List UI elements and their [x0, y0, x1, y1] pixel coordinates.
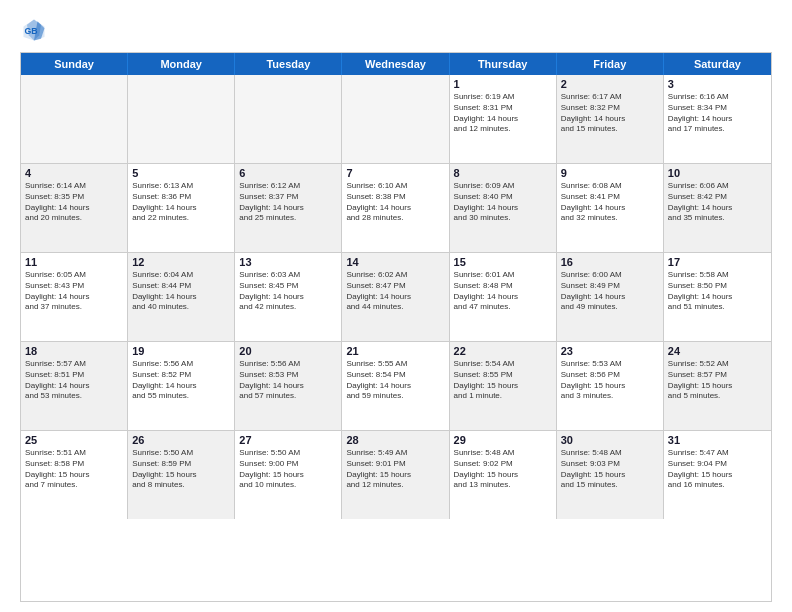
day-number: 27	[239, 434, 337, 446]
cell-info: Sunrise: 6:03 AMSunset: 8:45 PMDaylight:…	[239, 270, 337, 313]
cell-info: Sunrise: 5:53 AMSunset: 8:56 PMDaylight:…	[561, 359, 659, 402]
calendar-cell	[342, 75, 449, 163]
header-day: Wednesday	[342, 53, 449, 75]
calendar-cell: 15Sunrise: 6:01 AMSunset: 8:48 PMDayligh…	[450, 253, 557, 341]
day-number: 14	[346, 256, 444, 268]
day-number: 9	[561, 167, 659, 179]
calendar-row: 25Sunrise: 5:51 AMSunset: 8:58 PMDayligh…	[21, 431, 771, 519]
calendar-cell: 25Sunrise: 5:51 AMSunset: 8:58 PMDayligh…	[21, 431, 128, 519]
calendar-cell: 5Sunrise: 6:13 AMSunset: 8:36 PMDaylight…	[128, 164, 235, 252]
day-number: 19	[132, 345, 230, 357]
header-day: Saturday	[664, 53, 771, 75]
header-day: Tuesday	[235, 53, 342, 75]
day-number: 5	[132, 167, 230, 179]
cell-info: Sunrise: 5:55 AMSunset: 8:54 PMDaylight:…	[346, 359, 444, 402]
cell-info: Sunrise: 6:08 AMSunset: 8:41 PMDaylight:…	[561, 181, 659, 224]
cell-info: Sunrise: 6:14 AMSunset: 8:35 PMDaylight:…	[25, 181, 123, 224]
day-number: 17	[668, 256, 767, 268]
header-day: Sunday	[21, 53, 128, 75]
day-number: 15	[454, 256, 552, 268]
header: GB	[20, 16, 772, 44]
cell-info: Sunrise: 6:00 AMSunset: 8:49 PMDaylight:…	[561, 270, 659, 313]
day-number: 30	[561, 434, 659, 446]
cell-info: Sunrise: 5:57 AMSunset: 8:51 PMDaylight:…	[25, 359, 123, 402]
page: GB SundayMondayTuesdayWednesdayThursdayF…	[0, 0, 792, 612]
calendar-cell: 2Sunrise: 6:17 AMSunset: 8:32 PMDaylight…	[557, 75, 664, 163]
cell-info: Sunrise: 6:19 AMSunset: 8:31 PMDaylight:…	[454, 92, 552, 135]
cell-info: Sunrise: 6:05 AMSunset: 8:43 PMDaylight:…	[25, 270, 123, 313]
calendar-cell: 22Sunrise: 5:54 AMSunset: 8:55 PMDayligh…	[450, 342, 557, 430]
cell-info: Sunrise: 5:52 AMSunset: 8:57 PMDaylight:…	[668, 359, 767, 402]
cell-info: Sunrise: 5:58 AMSunset: 8:50 PMDaylight:…	[668, 270, 767, 313]
header-day: Friday	[557, 53, 664, 75]
day-number: 13	[239, 256, 337, 268]
calendar-row: 11Sunrise: 6:05 AMSunset: 8:43 PMDayligh…	[21, 253, 771, 342]
calendar-cell: 28Sunrise: 5:49 AMSunset: 9:01 PMDayligh…	[342, 431, 449, 519]
day-number: 25	[25, 434, 123, 446]
calendar-cell: 21Sunrise: 5:55 AMSunset: 8:54 PMDayligh…	[342, 342, 449, 430]
calendar-cell: 16Sunrise: 6:00 AMSunset: 8:49 PMDayligh…	[557, 253, 664, 341]
calendar-cell: 1Sunrise: 6:19 AMSunset: 8:31 PMDaylight…	[450, 75, 557, 163]
calendar-cell: 7Sunrise: 6:10 AMSunset: 8:38 PMDaylight…	[342, 164, 449, 252]
day-number: 10	[668, 167, 767, 179]
header-day: Thursday	[450, 53, 557, 75]
cell-info: Sunrise: 5:51 AMSunset: 8:58 PMDaylight:…	[25, 448, 123, 491]
calendar-cell: 24Sunrise: 5:52 AMSunset: 8:57 PMDayligh…	[664, 342, 771, 430]
cell-info: Sunrise: 6:10 AMSunset: 8:38 PMDaylight:…	[346, 181, 444, 224]
calendar-cell: 20Sunrise: 5:56 AMSunset: 8:53 PMDayligh…	[235, 342, 342, 430]
calendar-row: 18Sunrise: 5:57 AMSunset: 8:51 PMDayligh…	[21, 342, 771, 431]
calendar-cell: 11Sunrise: 6:05 AMSunset: 8:43 PMDayligh…	[21, 253, 128, 341]
calendar-cell: 19Sunrise: 5:56 AMSunset: 8:52 PMDayligh…	[128, 342, 235, 430]
cell-info: Sunrise: 5:47 AMSunset: 9:04 PMDaylight:…	[668, 448, 767, 491]
calendar-cell: 12Sunrise: 6:04 AMSunset: 8:44 PMDayligh…	[128, 253, 235, 341]
day-number: 22	[454, 345, 552, 357]
calendar-cell	[235, 75, 342, 163]
cell-info: Sunrise: 5:48 AMSunset: 9:02 PMDaylight:…	[454, 448, 552, 491]
cell-info: Sunrise: 5:56 AMSunset: 8:53 PMDaylight:…	[239, 359, 337, 402]
calendar-cell: 14Sunrise: 6:02 AMSunset: 8:47 PMDayligh…	[342, 253, 449, 341]
day-number: 1	[454, 78, 552, 90]
day-number: 28	[346, 434, 444, 446]
calendar-header: SundayMondayTuesdayWednesdayThursdayFrid…	[21, 53, 771, 75]
calendar-cell: 3Sunrise: 6:16 AMSunset: 8:34 PMDaylight…	[664, 75, 771, 163]
day-number: 2	[561, 78, 659, 90]
day-number: 20	[239, 345, 337, 357]
cell-info: Sunrise: 5:56 AMSunset: 8:52 PMDaylight:…	[132, 359, 230, 402]
cell-info: Sunrise: 6:04 AMSunset: 8:44 PMDaylight:…	[132, 270, 230, 313]
cell-info: Sunrise: 6:06 AMSunset: 8:42 PMDaylight:…	[668, 181, 767, 224]
calendar-cell: 31Sunrise: 5:47 AMSunset: 9:04 PMDayligh…	[664, 431, 771, 519]
cell-info: Sunrise: 6:02 AMSunset: 8:47 PMDaylight:…	[346, 270, 444, 313]
calendar-cell: 6Sunrise: 6:12 AMSunset: 8:37 PMDaylight…	[235, 164, 342, 252]
day-number: 16	[561, 256, 659, 268]
day-number: 6	[239, 167, 337, 179]
day-number: 26	[132, 434, 230, 446]
cell-info: Sunrise: 6:17 AMSunset: 8:32 PMDaylight:…	[561, 92, 659, 135]
cell-info: Sunrise: 5:49 AMSunset: 9:01 PMDaylight:…	[346, 448, 444, 491]
calendar-body: 1Sunrise: 6:19 AMSunset: 8:31 PMDaylight…	[21, 75, 771, 519]
calendar-cell: 17Sunrise: 5:58 AMSunset: 8:50 PMDayligh…	[664, 253, 771, 341]
calendar-cell: 26Sunrise: 5:50 AMSunset: 8:59 PMDayligh…	[128, 431, 235, 519]
calendar-cell: 13Sunrise: 6:03 AMSunset: 8:45 PMDayligh…	[235, 253, 342, 341]
cell-info: Sunrise: 6:09 AMSunset: 8:40 PMDaylight:…	[454, 181, 552, 224]
cell-info: Sunrise: 6:12 AMSunset: 8:37 PMDaylight:…	[239, 181, 337, 224]
day-number: 31	[668, 434, 767, 446]
day-number: 12	[132, 256, 230, 268]
day-number: 8	[454, 167, 552, 179]
cell-info: Sunrise: 6:01 AMSunset: 8:48 PMDaylight:…	[454, 270, 552, 313]
calendar-cell: 9Sunrise: 6:08 AMSunset: 8:41 PMDaylight…	[557, 164, 664, 252]
day-number: 29	[454, 434, 552, 446]
day-number: 3	[668, 78, 767, 90]
calendar-row: 4Sunrise: 6:14 AMSunset: 8:35 PMDaylight…	[21, 164, 771, 253]
calendar-cell: 18Sunrise: 5:57 AMSunset: 8:51 PMDayligh…	[21, 342, 128, 430]
calendar-cell: 23Sunrise: 5:53 AMSunset: 8:56 PMDayligh…	[557, 342, 664, 430]
cell-info: Sunrise: 6:13 AMSunset: 8:36 PMDaylight:…	[132, 181, 230, 224]
day-number: 4	[25, 167, 123, 179]
cell-info: Sunrise: 6:16 AMSunset: 8:34 PMDaylight:…	[668, 92, 767, 135]
calendar-cell: 30Sunrise: 5:48 AMSunset: 9:03 PMDayligh…	[557, 431, 664, 519]
day-number: 24	[668, 345, 767, 357]
cell-info: Sunrise: 5:50 AMSunset: 8:59 PMDaylight:…	[132, 448, 230, 491]
cell-info: Sunrise: 5:50 AMSunset: 9:00 PMDaylight:…	[239, 448, 337, 491]
logo-icon: GB	[20, 16, 48, 44]
day-number: 7	[346, 167, 444, 179]
calendar-cell: 27Sunrise: 5:50 AMSunset: 9:00 PMDayligh…	[235, 431, 342, 519]
